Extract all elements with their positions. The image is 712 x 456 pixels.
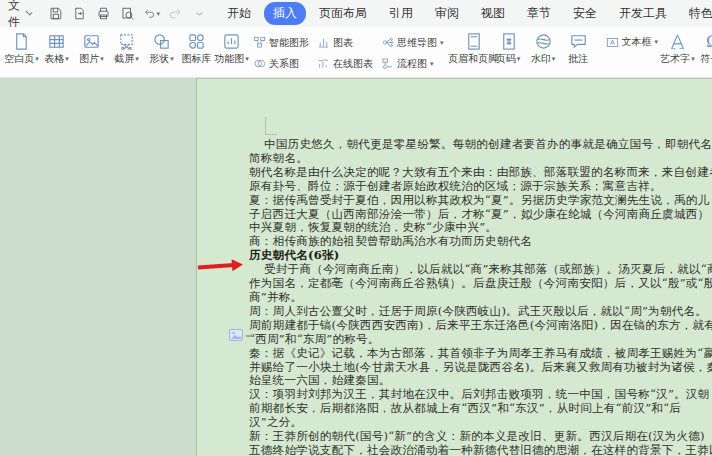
table-button[interactable]: 表格▾ — [39, 30, 74, 67]
print-icon[interactable] — [95, 5, 112, 22]
button-label: 在线图表 — [333, 57, 373, 71]
picture-icon — [82, 31, 101, 52]
icon-library-icon — [187, 31, 206, 52]
document-line: 作为国名，定都亳（今河南商丘谷熟镇）。后盘庚迁殷（今河南安阳）后，又以“殷”或“… — [249, 277, 705, 291]
document-line: 商：相传商族的始祖契曾帮助禹治水有功而历史朝代名 — [249, 235, 705, 249]
button-label: 思维导图 — [397, 36, 437, 50]
menu-tab[interactable]: 引用 — [380, 2, 422, 25]
menu-tab[interactable]: 开发工具 — [610, 2, 676, 25]
header-footer-button[interactable]: 页眉和页脚 — [456, 30, 491, 67]
button-label: 关系图 — [269, 57, 299, 71]
document-line: 受封于商（今河南商丘南），以后就以“商”来称其部落（或部族）。汤灭夏后，就以“商… — [249, 263, 705, 277]
document-line: 前期都长安，后期都洛阳，故从都城上有“西汉”和“东汉”，从时间上有“前汉”和“后 — [249, 402, 705, 416]
flowchart-icon — [381, 57, 394, 70]
button-label: 智能图形 — [269, 36, 309, 50]
smart-graphic-icon — [253, 36, 266, 49]
ribbon-small-group: 智能图形 关系图 图表 在线图表 思维导图 ▾ 流程图 ▾ — [251, 32, 446, 74]
document-line: 原有卦号、爵位；源于创建者原始政权统治的区域；源于宗族关系；寓意吉祥。 — [249, 180, 705, 194]
table-icon — [47, 31, 66, 52]
wordart-button[interactable]: 艺术字▾ — [660, 30, 695, 67]
document-line: 商”并称。 — [249, 291, 705, 305]
page-number-icon — [499, 31, 518, 52]
button-label: 图标库 — [182, 52, 212, 66]
wps-writer-window: 文件 ▾ — [0, 0, 712, 456]
button-label: 水印 — [531, 52, 551, 66]
comment-icon — [569, 31, 588, 52]
button-label: 表格 — [44, 52, 64, 66]
undo-caret-icon[interactable]: ▾ — [156, 10, 160, 18]
function-chart-button[interactable]: 功能图▾ — [214, 30, 249, 67]
online-chart-button[interactable]: 在线图表 — [315, 53, 375, 74]
export-icon[interactable] — [71, 5, 88, 22]
textbox-button[interactable]: 文本框 ▾ — [604, 35, 661, 49]
button-label: 形状 — [149, 52, 169, 66]
document-line: 简称朝名。 — [249, 152, 705, 166]
chart-button[interactable]: 图表 — [315, 32, 375, 53]
print-preview-icon[interactable] — [119, 5, 136, 22]
document-line: 中兴夏朝，恢复夏朝的统治，史称“少康中兴”。 — [249, 221, 705, 235]
document-canvas: 中国历史悠久，朝代更是零星纷繁。每朝的创建者要首办的事就是确立国号，即朝代名称，… — [0, 78, 712, 456]
document-line: 汉”之分。 — [249, 416, 705, 430]
menu-tab[interactable]: 页面布局 — [310, 2, 376, 25]
page-number-button[interactable]: 页码▾ — [491, 30, 526, 67]
comment-button[interactable]: 批注 — [561, 30, 596, 67]
symbol-button[interactable]: Ω 符号▾ — [695, 30, 712, 67]
margin-corner-mark — [265, 117, 277, 135]
menu-tabs: 开始 插入 页面布局 引用 审阅 视图 章节 安全 开发工具 特色应用 文档助手 — [218, 2, 712, 25]
menu-tab[interactable]: 章节 — [518, 2, 560, 25]
caret-down-icon: ▾ — [517, 55, 521, 63]
document-line: 始皇统一六国，始建秦国。 — [249, 374, 705, 388]
menu-tab[interactable]: 审阅 — [426, 2, 468, 25]
button-label: 功能图 — [214, 52, 244, 66]
picture-button[interactable]: 图片▾ — [74, 30, 109, 67]
customize-icon[interactable] — [191, 5, 208, 22]
save-icon[interactable] — [47, 5, 64, 22]
chevron-down-icon — [26, 8, 33, 15]
watermark-button[interactable]: 水印▾ — [526, 30, 561, 67]
document-line: 汉：项羽封刘邦为汉王，其封地在汉中。后刘邦击败项羽，统一中国，国号称“汉”。汉朝 — [249, 388, 705, 402]
shapes-button[interactable]: 形状▾ — [144, 30, 179, 67]
document-line: 中国历史悠久，朝代更是零星纷繁。每朝的创建者要首办的事就是确立国号，即朝代名称， — [249, 138, 705, 152]
document-line: “西周”和“东周”的称号。 — [249, 333, 705, 347]
button-label: 页码 — [496, 52, 516, 66]
menu-tab[interactable]: 插入 — [264, 2, 306, 25]
blank-page-button[interactable]: 空白页▾ — [4, 30, 39, 67]
online-chart-icon — [317, 57, 330, 70]
omega-symbol-icon: Ω — [706, 32, 712, 52]
caret-down-icon: ▾ — [65, 55, 69, 63]
document-line: 秦：据《史记》记载，本为古部落，其首领非子为周孝王养马有成绩，被周孝王赐姓为“嬴… — [249, 347, 705, 361]
file-menu-button[interactable]: 文件 — [8, 0, 31, 31]
document-line: 并赐给了一小块土地(今甘肃天水县，另说是陇西谷名)。后来襄又救周有功被封为诸侯，… — [249, 361, 705, 375]
menu-tab[interactable]: 特色应用 — [680, 2, 712, 25]
shapes-icon — [152, 31, 171, 52]
document-line: 夏：据传禹曾受封于夏伯，因用以称其政权为“夏”。另据历史学家范文澜先生说，禹的儿 — [249, 194, 705, 208]
icon-library-button[interactable]: 图标库 — [179, 30, 214, 67]
wordart-icon — [668, 31, 687, 52]
menu-bar: 文件 ▾ — [0, 0, 712, 27]
smart-graphic-button[interactable]: 智能图形 — [251, 32, 311, 53]
screenshot-button[interactable]: 截屏▾ — [109, 30, 144, 67]
redo-icon[interactable] — [167, 5, 184, 22]
document-line: 周：周人到古公亶父时，迁居于周原(今陕西岐山)。武王灭殷以后，就以“周”为朝代名… — [249, 305, 705, 319]
caret-down-icon: ▾ — [100, 55, 104, 63]
image-anchor-icon[interactable] — [229, 329, 243, 341]
menu-tab[interactable]: 开始 — [218, 2, 260, 25]
blank-page-icon — [12, 31, 31, 52]
button-label: 空白页 — [4, 52, 34, 66]
anchor-dash — [246, 335, 252, 337]
flowchart-button[interactable]: 流程图 ▾ — [379, 53, 446, 74]
undo-icon[interactable]: ▾ — [143, 5, 160, 22]
mindmap-icon — [381, 36, 394, 49]
red-arrow-annotation — [198, 258, 245, 273]
relation-diagram-button[interactable]: 关系图 — [251, 53, 311, 74]
caret-down-icon: ▾ — [655, 38, 659, 46]
document-page[interactable]: 中国历史悠久，朝代更是零星纷繁。每朝的创建者要首办的事就是确立国号，即朝代名称，… — [196, 78, 712, 456]
caret-down-icon: ▾ — [440, 39, 444, 47]
mindmap-button[interactable]: 思维导图 ▾ — [379, 32, 446, 53]
document-line: 朝代名称是由什么决定的呢？大致有五个来由：由部族、部落联盟的名称而来，来自创建者 — [249, 166, 705, 180]
button-label: 艺术字 — [660, 52, 690, 66]
button-label: 图片 — [79, 52, 99, 66]
menu-tab[interactable]: 视图 — [472, 2, 514, 25]
document-line: 五德终始学说支配下，社会政治涌动着一种新德代替旧德的思潮，在这样的背景下，王莽以 — [249, 444, 705, 456]
menu-tab[interactable]: 安全 — [564, 2, 606, 25]
